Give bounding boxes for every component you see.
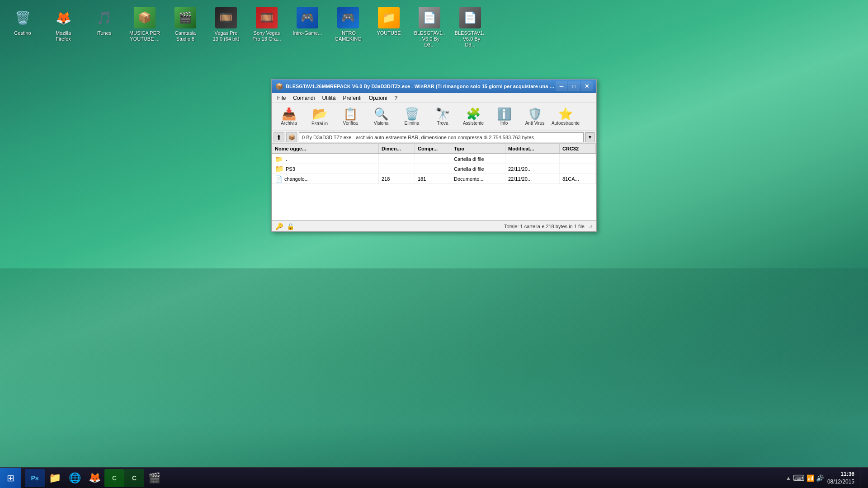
toolbar-archivia[interactable]: 📥 Archivia <box>274 105 303 129</box>
visiona-icon: 🔍 <box>374 108 388 120</box>
winrar-filelist: Nome ogge... Dimen... Compr... Tipo Modi… <box>272 144 596 221</box>
toolbar-autoestraente[interactable]: ⭐ Autoestraente <box>551 105 580 129</box>
minimize-button[interactable]: ─ <box>556 81 567 91</box>
assistente-label: Assistente <box>463 121 484 126</box>
tray-keyboard-icon[interactable]: ⌨ <box>793 473 805 483</box>
col-modified[interactable]: Modificat... <box>505 144 560 153</box>
toolbar-elimina[interactable]: 🗑️ Elimina <box>397 105 426 129</box>
start-button[interactable]: ⊞ <box>0 468 21 488</box>
desktop-icon-intro-game[interactable]: 🎮 Intro-Game... <box>289 5 326 51</box>
autoestraente-icon: ⭐ <box>558 108 573 120</box>
col-size[interactable]: Dimen... <box>379 144 415 153</box>
address-dropdown[interactable]: ▼ <box>585 132 594 142</box>
desktop-icon-firefox[interactable]: 🦊 Mozilla Firefox <box>45 5 81 51</box>
desktop-icon-youtube[interactable]: 📁 YOUTUBE <box>371 5 407 51</box>
taskbar-icon-chrome[interactable]: 🌐 <box>65 469 85 487</box>
desktop-icon-sony-vegas[interactable]: 🎞️ Sony Vegas Pro 13 Gra... <box>249 5 285 51</box>
cell-size-dotdot <box>379 154 415 164</box>
toolbar-visiona[interactable]: 🔍 Visiona <box>367 105 396 129</box>
taskbar-sep-1 <box>22 471 22 485</box>
toolbar-estrai-in[interactable]: 📂 Estrai in <box>305 105 334 129</box>
cell-compressed-dotdot <box>415 154 451 164</box>
taskbar-icon-photoshop[interactable]: Ps <box>25 469 45 487</box>
camtasia-icon: 🎬 <box>175 7 196 28</box>
empty-space <box>272 184 596 220</box>
firefox-label: Mozilla Firefox <box>47 30 79 42</box>
winrar-address-bar: ⬆ 📦 0 By D3aD3DiTZz.exe - archivio auto-… <box>272 131 596 144</box>
col-compressed[interactable]: Compr... <box>415 144 451 153</box>
tray-expand-icon[interactable]: ▲ <box>786 475 791 481</box>
archivia-icon: 📥 <box>282 108 296 120</box>
anti-virus-icon: 🛡️ <box>528 108 542 120</box>
firefox-icon: 🦊 <box>52 7 74 28</box>
toolbar-verifica[interactable]: 📋 Verifica <box>336 105 365 129</box>
toolbar-assistente[interactable]: 🧩 Assistente <box>459 105 488 129</box>
desktop-icon-vegas[interactable]: 🎞️ Vegas Pro 13.0 (64 bit) <box>208 5 244 51</box>
desktop-icon-intro-gameking[interactable]: 🎮 INTRO GAMEKING <box>330 5 366 51</box>
up-button[interactable]: ⬆ <box>274 132 284 142</box>
itunes-label: iTunes <box>97 30 112 36</box>
menu-opzioni[interactable]: Opzioni <box>365 94 391 102</box>
desktop-icon-blesgtav1[interactable]: 📄 BLESGTAV1... V6.0 By D3... <box>411 5 448 51</box>
youtube-label: YOUTUBE <box>377 30 401 36</box>
cell-type-ps3: Cartella di file <box>451 164 505 174</box>
taskbar-icon-camtasia[interactable]: C <box>104 469 124 487</box>
cestino-label: Cestino <box>14 30 31 36</box>
taskbar-clock[interactable]: 11:36 08/12/2015 <box>827 470 854 486</box>
col-name[interactable]: Nome ogge... <box>272 144 379 153</box>
anti-virus-label: Anti Virus <box>525 121 545 126</box>
taskbar-icon-firefox[interactable]: 🦊 <box>85 469 104 487</box>
changelog-file-icon: 📄 <box>275 175 283 183</box>
info-label: Info <box>500 121 508 126</box>
table-row[interactable]: 📁 PS3 Cartella di file 22/11/20... <box>272 164 596 174</box>
cell-crc-dotdot <box>560 154 596 164</box>
winrar-menubar: File Comandi Utilità Preferiti Opzioni ? <box>272 93 596 103</box>
toolbar-anti-virus[interactable]: 🛡️ Anti Virus <box>520 105 549 129</box>
maximize-button[interactable]: □ <box>568 81 580 91</box>
desktop-icon-itunes[interactable]: 🎵 iTunes <box>86 5 122 51</box>
desktop: 🗑️ Cestino 🦊 Mozilla Firefox 🎵 iTunes 📦 … <box>0 0 868 488</box>
toolbar-trova[interactable]: 🔭 Trova <box>428 105 457 129</box>
desktop-icon-camtasia[interactable]: 🎬 Camtasia Studio 8 <box>167 5 203 51</box>
sony-vegas-label: Sony Vegas Pro 13 Gra... <box>251 30 283 42</box>
taskbar-icon-vegas[interactable]: 🎬 <box>144 469 164 487</box>
statusbar-text: Totale: 1 cartella e 218 bytes in 1 file <box>298 224 585 229</box>
cell-modified-dotdot <box>505 154 560 164</box>
winrar-window: 📦 BLESGTAV1.26MMREPACK V6.0 By D3aD3DiTZ… <box>271 79 597 232</box>
desktop-icon-cestino[interactable]: 🗑️ Cestino <box>5 5 41 51</box>
resize-handle[interactable]: ⊿ <box>588 223 593 230</box>
cell-type-dotdot: Cartella di file <box>451 154 505 164</box>
tray-network-icon[interactable]: 📶 <box>807 474 814 482</box>
visiona-label: Visiona <box>374 121 389 126</box>
table-row[interactable]: 📁 .. Cartella di file <box>272 154 596 164</box>
verifica-icon: 📋 <box>343 108 358 120</box>
address-icon: 📦 <box>286 132 297 142</box>
menu-file[interactable]: File <box>274 94 289 102</box>
system-tray: ▲ ⌨ 📶 🔊 <box>786 473 824 483</box>
toolbar-info[interactable]: ℹ️ Info <box>490 105 519 129</box>
col-crc32[interactable]: CRC32 <box>560 144 596 153</box>
estrai-in-label: Estrai in <box>311 121 328 127</box>
menu-preferiti[interactable]: Preferiti <box>339 94 365 102</box>
statusbar-lock-icon: 🔒 <box>287 223 294 230</box>
taskbar-right-area: ▲ ⌨ 📶 🔊 11:36 08/12/2015 <box>781 468 868 488</box>
taskbar-icon-explorer[interactable]: 📁 <box>45 469 65 487</box>
taskbar-icon-camtasia2[interactable]: C <box>124 469 144 487</box>
desktop-icon-musica[interactable]: 📦 MUSICA PER YOUTUBE ... <box>127 5 163 51</box>
winrar-titlebar[interactable]: 📦 BLESGTAV1.26MMREPACK V6.0 By D3aD3DiTZ… <box>272 80 596 93</box>
table-row[interactable]: 📄 changelo... 218 181 Documento... 22/11… <box>272 174 596 184</box>
clock-date: 08/12/2015 <box>827 478 854 486</box>
tray-volume-icon[interactable]: 🔊 <box>816 474 824 482</box>
col-type[interactable]: Tipo <box>451 144 505 153</box>
taskbar: ⊞ Ps 📁 🌐 🦊 C C 🎬 ▲ ⌨ 📶 🔊 11:36 08/12/201… <box>0 467 868 488</box>
statusbar-key-icon: 🔑 <box>275 223 283 230</box>
blesgtav1-icon: 📄 <box>419 7 440 28</box>
show-desktop-button[interactable] <box>860 469 863 487</box>
menu-comandi[interactable]: Comandi <box>289 94 318 102</box>
close-button[interactable]: ✕ <box>581 81 593 91</box>
cell-compressed-changelog: 181 <box>415 174 451 183</box>
desktop-icon-blesgtav2[interactable]: 📄 BLESGTAV1... V6.0 By D3... <box>452 5 488 51</box>
menu-utilita[interactable]: Utilità <box>318 94 339 102</box>
menu-help[interactable]: ? <box>391 94 401 102</box>
intro-game-icon: 🎮 <box>297 7 318 28</box>
